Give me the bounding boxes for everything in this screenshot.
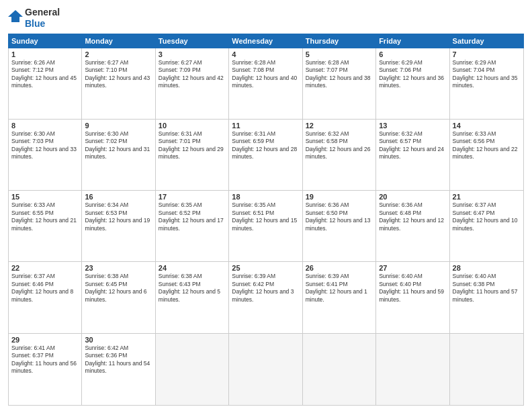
sun-info: Sunrise: 6:29 AMSunset: 7:04 PMDaylight:… [453,59,521,90]
sun-info: Sunrise: 6:27 AMSunset: 7:10 PMDaylight:… [85,59,152,90]
day-number: 8 [11,122,79,130]
calendar-cell: 3Sunrise: 6:27 AMSunset: 7:09 PMDaylight… [156,48,229,119]
sun-info: Sunrise: 6:30 AMSunset: 7:03 PMDaylight:… [11,130,79,161]
sun-info: Sunrise: 6:39 AMSunset: 6:42 PMDaylight:… [232,273,299,304]
day-number: 10 [159,122,226,130]
day-header: Wednesday [229,34,302,48]
sun-info: Sunrise: 6:37 AMSunset: 6:47 PMDaylight:… [453,201,521,232]
day-number: 5 [306,50,373,58]
calendar-cell [376,334,449,405]
calendar-cell: 21Sunrise: 6:37 AMSunset: 6:47 PMDayligh… [450,191,523,261]
day-number: 30 [85,336,152,344]
calendar-cell: 18Sunrise: 6:35 AMSunset: 6:51 PMDayligh… [229,191,302,261]
day-number: 2 [85,50,152,58]
calendar-cell: 25Sunrise: 6:39 AMSunset: 6:42 PMDayligh… [229,262,302,332]
sun-info: Sunrise: 6:35 AMSunset: 6:51 PMDaylight:… [232,201,299,232]
day-number: 24 [159,264,226,272]
calendar-cell: 1Sunrise: 6:26 AMSunset: 7:12 PMDaylight… [9,48,82,119]
calendar-cell: 8Sunrise: 6:30 AMSunset: 7:03 PMDaylight… [9,120,82,190]
calendar-cell: 11Sunrise: 6:31 AMSunset: 6:59 PMDayligh… [229,120,302,190]
day-number: 23 [85,264,152,272]
calendar-cell: 19Sunrise: 6:36 AMSunset: 6:50 PMDayligh… [303,191,376,261]
sun-info: Sunrise: 6:39 AMSunset: 6:41 PMDaylight:… [306,273,373,304]
calendar-cell: 17Sunrise: 6:35 AMSunset: 6:52 PMDayligh… [156,191,229,261]
day-number: 16 [85,193,152,201]
day-header: Thursday [303,34,376,48]
day-number: 11 [232,122,299,130]
day-number: 20 [379,193,446,201]
day-header: Sunday [9,34,82,48]
calendar-row: 8Sunrise: 6:30 AMSunset: 7:03 PMDaylight… [9,120,523,191]
calendar-row: 22Sunrise: 6:37 AMSunset: 6:46 PMDayligh… [9,262,523,333]
calendar-row: 1Sunrise: 6:26 AMSunset: 7:12 PMDaylight… [9,48,523,120]
calendar-row: 15Sunrise: 6:33 AMSunset: 6:55 PMDayligh… [9,191,523,262]
calendar-cell [450,334,523,405]
sun-info: Sunrise: 6:30 AMSunset: 7:02 PMDaylight:… [85,130,152,161]
day-number: 12 [306,122,373,130]
sun-info: Sunrise: 6:40 AMSunset: 6:38 PMDaylight:… [453,273,521,304]
day-number: 15 [11,193,79,201]
calendar-cell: 10Sunrise: 6:31 AMSunset: 7:01 PMDayligh… [156,120,229,190]
calendar-cell: 20Sunrise: 6:36 AMSunset: 6:48 PMDayligh… [376,191,449,261]
sun-info: Sunrise: 6:32 AMSunset: 6:57 PMDaylight:… [379,130,446,161]
sun-info: Sunrise: 6:31 AMSunset: 6:59 PMDaylight:… [232,130,299,161]
calendar-body: 1Sunrise: 6:26 AMSunset: 7:12 PMDaylight… [8,48,524,406]
day-number: 18 [232,193,299,201]
day-header: Friday [376,34,449,48]
page-header: General Blue [8,7,524,30]
calendar-row: 29Sunrise: 6:41 AMSunset: 6:37 PMDayligh… [9,334,523,405]
calendar-cell: 22Sunrise: 6:37 AMSunset: 6:46 PMDayligh… [9,262,82,332]
calendar-cell [303,334,376,405]
sun-info: Sunrise: 6:27 AMSunset: 7:09 PMDaylight:… [159,59,226,90]
calendar-cell: 23Sunrise: 6:38 AMSunset: 6:45 PMDayligh… [82,262,155,332]
logo-text: General Blue [25,7,60,30]
day-number: 6 [379,50,446,58]
day-header: Saturday [450,34,523,48]
logo: General Blue [8,7,60,30]
calendar-cell [156,334,229,405]
sun-info: Sunrise: 6:41 AMSunset: 6:37 PMDaylight:… [11,345,79,375]
calendar-cell: 7Sunrise: 6:29 AMSunset: 7:04 PMDaylight… [450,48,523,119]
calendar-cell: 13Sunrise: 6:32 AMSunset: 6:57 PMDayligh… [376,120,449,190]
svg-marker-0 [8,10,23,22]
day-number: 19 [306,193,373,201]
day-number: 9 [85,122,152,130]
sun-info: Sunrise: 6:32 AMSunset: 6:58 PMDaylight:… [306,130,373,161]
sun-info: Sunrise: 6:42 AMSunset: 6:36 PMDaylight:… [85,345,152,375]
calendar: SundayMondayTuesdayWednesdayThursdayFrid… [8,34,524,406]
day-number: 3 [159,50,226,58]
day-header: Tuesday [156,34,229,48]
sun-info: Sunrise: 6:26 AMSunset: 7:12 PMDaylight:… [11,59,79,90]
calendar-header: SundayMondayTuesdayWednesdayThursdayFrid… [8,34,524,48]
calendar-cell: 2Sunrise: 6:27 AMSunset: 7:10 PMDaylight… [82,48,155,119]
day-number: 22 [11,264,79,272]
sun-info: Sunrise: 6:34 AMSunset: 6:53 PMDaylight:… [85,201,152,232]
sun-info: Sunrise: 6:28 AMSunset: 7:07 PMDaylight:… [306,59,373,90]
calendar-cell [229,334,302,405]
calendar-cell: 14Sunrise: 6:33 AMSunset: 6:56 PMDayligh… [450,120,523,190]
calendar-cell: 29Sunrise: 6:41 AMSunset: 6:37 PMDayligh… [9,334,82,405]
sun-info: Sunrise: 6:36 AMSunset: 6:50 PMDaylight:… [306,201,373,232]
calendar-cell: 30Sunrise: 6:42 AMSunset: 6:36 PMDayligh… [82,334,155,405]
day-number: 1 [11,50,79,58]
sun-info: Sunrise: 6:33 AMSunset: 6:56 PMDaylight:… [453,130,521,161]
calendar-cell: 24Sunrise: 6:38 AMSunset: 6:43 PMDayligh… [156,262,229,332]
day-number: 26 [306,264,373,272]
day-number: 7 [453,50,521,58]
calendar-cell: 28Sunrise: 6:40 AMSunset: 6:38 PMDayligh… [450,262,523,332]
sun-info: Sunrise: 6:28 AMSunset: 7:08 PMDaylight:… [232,59,299,90]
calendar-cell: 5Sunrise: 6:28 AMSunset: 7:07 PMDaylight… [303,48,376,119]
logo-container: General Blue [8,7,60,30]
calendar-cell: 16Sunrise: 6:34 AMSunset: 6:53 PMDayligh… [82,191,155,261]
sun-info: Sunrise: 6:40 AMSunset: 6:40 PMDaylight:… [379,273,446,304]
calendar-cell: 15Sunrise: 6:33 AMSunset: 6:55 PMDayligh… [9,191,82,261]
calendar-cell: 12Sunrise: 6:32 AMSunset: 6:58 PMDayligh… [303,120,376,190]
sun-info: Sunrise: 6:35 AMSunset: 6:52 PMDaylight:… [159,201,226,232]
sun-info: Sunrise: 6:38 AMSunset: 6:45 PMDaylight:… [85,273,152,304]
calendar-cell: 6Sunrise: 6:29 AMSunset: 7:06 PMDaylight… [376,48,449,119]
sun-info: Sunrise: 6:36 AMSunset: 6:48 PMDaylight:… [379,201,446,232]
day-number: 25 [232,264,299,272]
day-number: 29 [11,336,79,344]
day-number: 4 [232,50,299,58]
day-number: 21 [453,193,521,201]
